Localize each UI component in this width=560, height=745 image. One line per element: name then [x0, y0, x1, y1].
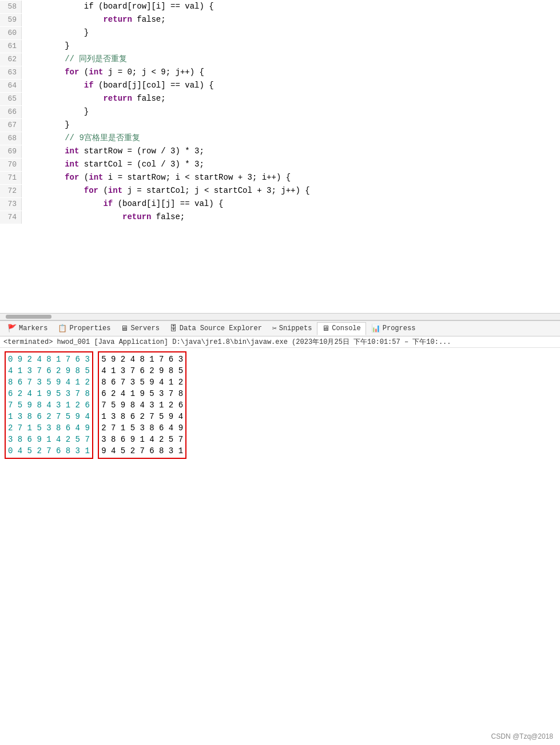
kw-token: if	[26, 199, 113, 208]
datasource-tab-label: Data Source Explorer	[180, 324, 262, 332]
kw-token: int	[26, 160, 79, 169]
horizontal-scrollbar[interactable]	[0, 313, 560, 320]
kw-token: for	[26, 173, 79, 182]
markers-tab-icon: 🚩	[7, 324, 17, 333]
markers-tab-label: Markers	[19, 324, 47, 332]
kw-token: int	[26, 146, 79, 156]
tab-markers[interactable]: 🚩Markers	[2, 322, 53, 335]
grid-red-line: 3 8 6 9 1 4 2 5 7	[8, 434, 90, 445]
properties-tab-icon: 📋	[58, 324, 67, 333]
progress-tab-icon: 📊	[371, 324, 380, 333]
normal-token: false;	[132, 94, 166, 103]
line-content: }	[22, 39, 70, 52]
normal-token: (board[j][col] == val) {	[94, 81, 214, 90]
code-scroll[interactable]: 58 if (board[row][i] == val) {59 return …	[0, 0, 560, 320]
line-content: for (int i = startRow; i < startRow + 3;…	[22, 171, 291, 184]
line-content: int startCol = (col / 3) * 3;	[22, 158, 204, 171]
line-number: 58	[0, 1, 22, 13]
line-content: int startRow = (row / 3) * 3;	[22, 145, 204, 157]
code-line: 58 if (board[row][i] == val) {	[0, 0, 560, 13]
console-tab-icon: 🖥	[322, 324, 329, 333]
kw-token: int	[89, 173, 103, 182]
line-number: 62	[0, 53, 22, 66]
code-line: 67 }	[0, 118, 560, 132]
code-line: 70 int startCol = (col / 3) * 3;	[0, 158, 560, 171]
normal-token: }	[26, 120, 70, 129]
line-number: 60	[0, 27, 22, 39]
datasource-tab-icon: 🗄	[170, 324, 177, 333]
grid-red-line: 6 2 4 1 9 5 3 7 8	[8, 388, 90, 399]
normal-token: (	[79, 173, 89, 182]
normal-token: startRow = (row / 3) * 3;	[79, 146, 204, 156]
normal-token: false;	[151, 212, 185, 221]
line-number: 59	[0, 14, 22, 26]
console-content: 0 9 2 4 8 1 7 6 34 1 3 7 6 2 9 8 58 6 7 …	[0, 348, 560, 462]
line-content: // 同列是否重复	[22, 53, 127, 65]
code-line: 62 // 同列是否重复	[0, 53, 560, 66]
ret-token: return	[26, 94, 132, 103]
line-content: for (int j = startCol; j < startCol + 3;…	[22, 184, 310, 197]
line-number: 70	[0, 158, 22, 171]
tab-datasource[interactable]: 🗄Data Source Explorer	[165, 322, 267, 335]
servers-tab-icon: 🖥	[121, 324, 128, 333]
tab-bar: 🚩Markers📋Properties🖥Servers🗄Data Source …	[0, 320, 560, 336]
grid-black-section: 5 9 2 4 8 1 7 6 34 1 3 7 6 2 9 8 58 6 7 …	[98, 351, 186, 459]
normal-token: j = startCol; j < startCol + 3; j++) {	[122, 186, 310, 195]
grid-red-line: 8 6 7 3 5 9 4 1 2	[8, 377, 90, 388]
code-line: 66 }	[0, 105, 560, 118]
code-line: 63 for (int j = 0; j < 9; j++) {	[0, 66, 560, 79]
kw-token: int	[108, 186, 122, 195]
cm-token: // 同列是否重复	[26, 54, 127, 64]
grid-black-line: 9 4 5 2 7 6 8 3 1	[101, 445, 183, 457]
line-number: 66	[0, 106, 22, 118]
grid-red-line: 7 5 9 8 4 3 1 2 6	[8, 399, 90, 411]
grid-red-line: 2 7 1 5 3 8 6 4 9	[8, 422, 90, 434]
code-line: 59 return false;	[0, 13, 560, 26]
code-editor: 58 if (board[row][i] == val) {59 return …	[0, 0, 560, 320]
scrollbar-thumb[interactable]	[6, 315, 51, 319]
grid-black-line: 4 1 3 7 6 2 9 8 5	[101, 365, 183, 377]
normal-token: i = startRow; i < startRow + 3; i++) {	[103, 173, 291, 182]
code-line: 61 }	[0, 39, 560, 53]
line-content: for (int j = 0; j < 9; j++) {	[22, 66, 204, 78]
line-number: 73	[0, 198, 22, 211]
servers-tab-label: Servers	[130, 324, 159, 332]
cm-token: // 9宫格里是否重复	[26, 133, 140, 142]
normal-token: (	[98, 186, 108, 195]
grid-black-line: 7 5 9 8 4 3 1 2 6	[101, 399, 183, 411]
kw-token: int	[89, 68, 103, 77]
code-line: 64 if (board[j][col] == val) {	[0, 79, 560, 92]
kw-token: for	[26, 186, 98, 195]
grid-red-section: 0 9 2 4 8 1 7 6 34 1 3 7 6 2 9 8 58 6 7 …	[5, 351, 93, 459]
code-line: 68 // 9宫格里是否重复	[0, 132, 560, 145]
ret-token: return	[26, 212, 151, 221]
tab-progress[interactable]: 📊Progress	[366, 322, 421, 335]
normal-token: false;	[132, 15, 166, 24]
tab-properties[interactable]: 📋Properties	[53, 322, 116, 335]
normal-token: if (board[row][i] == val) {	[26, 2, 214, 11]
line-content: // 9宫格里是否重复	[22, 132, 140, 144]
progress-tab-label: Progress	[383, 324, 416, 332]
console-output: 0 9 2 4 8 1 7 6 34 1 3 7 6 2 9 8 58 6 7 …	[0, 348, 560, 691]
line-number: 65	[0, 93, 22, 105]
tab-console[interactable]: 🖥Console	[317, 322, 366, 335]
grid-black-line: 3 8 6 9 1 4 2 5 7	[101, 434, 183, 445]
snippets-tab-label: Snippets	[279, 324, 312, 332]
status-bar: <terminated> hwod_001 [Java Application]…	[0, 336, 560, 348]
code-line: 69 int startRow = (row / 3) * 3;	[0, 145, 560, 158]
code-line: 65 return false;	[0, 92, 560, 105]
tab-snippets[interactable]: ✂Snippets	[267, 322, 317, 335]
line-number: 72	[0, 185, 22, 197]
grid-black-line: 6 2 4 1 9 5 3 7 8	[101, 388, 183, 399]
normal-token: }	[26, 28, 89, 37]
tab-servers[interactable]: 🖥Servers	[116, 322, 164, 335]
line-content: }	[22, 118, 70, 131]
code-line: 60 }	[0, 26, 560, 39]
line-content: if (board[i][j] == val) {	[22, 197, 223, 210]
grid-black-line: 8 6 7 3 5 9 4 1 2	[101, 377, 183, 388]
code-line: 74 return false;	[0, 211, 560, 224]
grid-black-line: 2 7 1 5 3 8 6 4 9	[101, 422, 183, 434]
grid-red-line: 4 1 3 7 6 2 9 8 5	[8, 365, 90, 377]
line-number: 69	[0, 145, 22, 158]
line-number: 61	[0, 40, 22, 53]
